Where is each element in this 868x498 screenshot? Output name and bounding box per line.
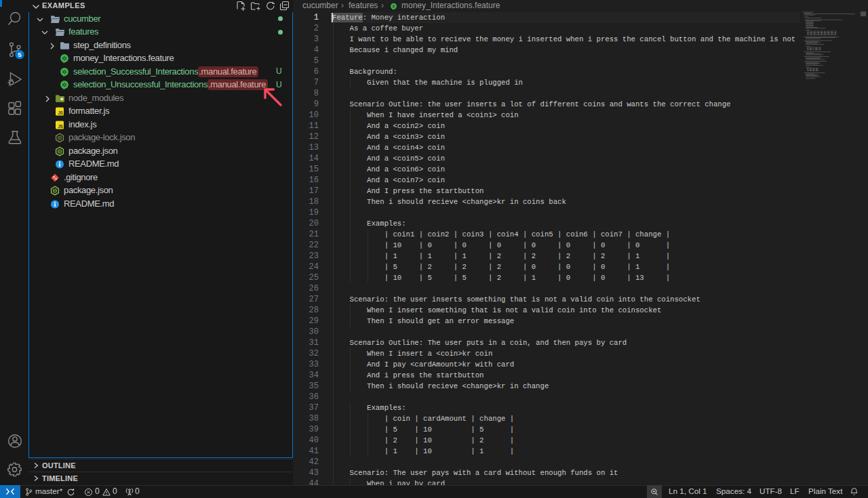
- svg-text:5: 5: [18, 51, 22, 58]
